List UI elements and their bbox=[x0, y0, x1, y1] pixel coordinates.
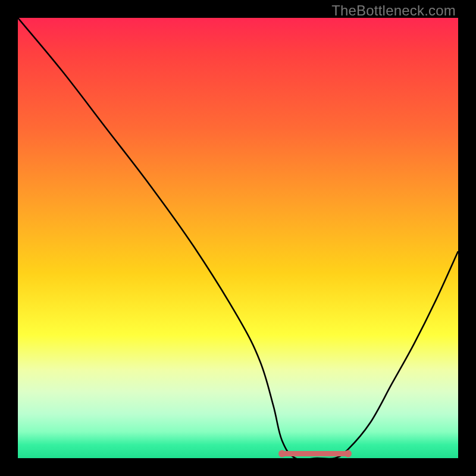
watermark-label: TheBottleneck.com bbox=[331, 2, 456, 19]
optimal-range-markers bbox=[278, 450, 352, 458]
optimal-range-endpoint bbox=[345, 450, 352, 458]
bottleneck-curve-path bbox=[18, 18, 458, 458]
optimal-range-endpoint bbox=[278, 450, 286, 458]
bottleneck-curve-svg bbox=[18, 18, 458, 458]
